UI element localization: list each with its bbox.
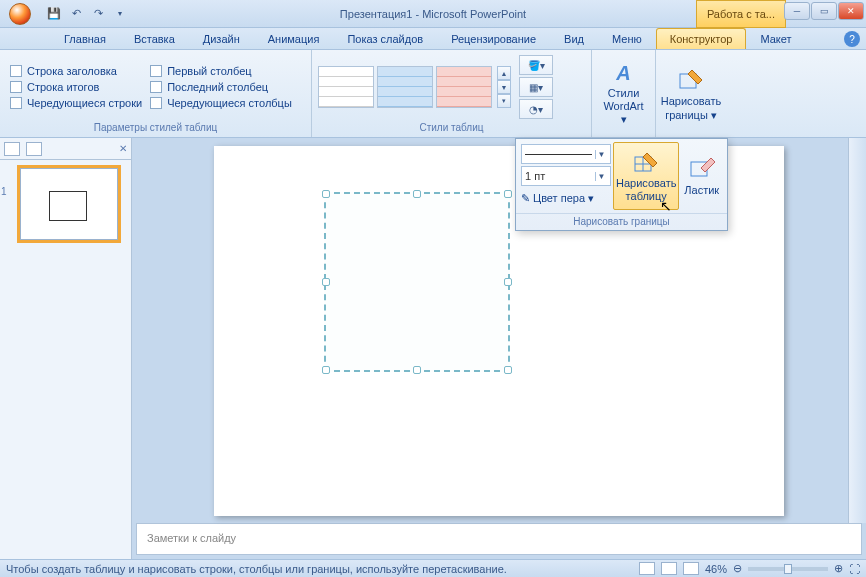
canvas-area: Заметки к слайду [132,138,866,559]
chevron-down-icon: ▼ [595,150,607,159]
tab-insert[interactable]: Вставка [120,28,189,49]
slides-tab-icon[interactable] [4,142,20,156]
redo-icon[interactable]: ↷ [90,6,106,22]
sorter-view-button[interactable] [661,562,677,575]
tab-slideshow[interactable]: Показ слайдов [333,28,437,49]
zoom-in-button[interactable]: ⊕ [834,562,843,575]
fit-to-window-button[interactable]: ⛶ [849,563,860,575]
draw-borders-popup: ▼ 1 пт ▼ ✎ Цвет пера ▾ Нарисовать таблиц… [515,138,728,231]
draw-borders-button[interactable]: Нарисовать границы ▾ [662,61,720,127]
gallery-more-icon[interactable]: ▾ [497,94,511,108]
group-table-style-options: Строка заголовка Строка итогов Чередующи… [0,50,312,137]
pen-weight-combo[interactable]: 1 пт ▼ [521,166,611,186]
minimize-button[interactable]: ─ [784,2,810,20]
titlebar: 💾 ↶ ↷ ▾ Презентация1 - Microsoft PowerPo… [0,0,866,28]
group-draw-borders: Нарисовать границы ▾ [656,50,724,137]
borders-button[interactable]: ▦▾ [519,77,553,97]
draw-table-button[interactable]: Нарисовать таблицу [613,142,679,210]
effects-button[interactable]: ◔▾ [519,99,553,119]
check-last-column[interactable]: Последний столбец [150,81,292,93]
slideshow-view-button[interactable] [683,562,699,575]
tab-constructor[interactable]: Конструктор [656,28,747,49]
eraser-button[interactable]: Ластик [679,142,724,210]
tab-menu[interactable]: Меню [598,28,656,49]
wordart-styles-button[interactable]: A Стили WordArt ▾ [598,61,649,127]
tab-review[interactable]: Рецензирование [437,28,550,49]
status-bar: Чтобы создать таблицу и нарисовать строк… [0,559,866,577]
tab-design[interactable]: Дизайн [189,28,254,49]
window-title: Презентация1 - Microsoft PowerPoint [340,8,526,20]
tab-animation[interactable]: Анимация [254,28,334,49]
table-selection-frame[interactable] [324,192,510,372]
tab-layout[interactable]: Макет [746,28,805,49]
check-first-column[interactable]: Первый столбец [150,65,292,77]
quick-access-toolbar: 💾 ↶ ↷ ▾ [40,6,134,22]
zoom-out-button[interactable]: ⊖ [733,562,742,575]
status-hint: Чтобы создать таблицу и нарисовать строк… [6,563,507,575]
slide-number: 1 [1,186,7,197]
draw-table-icon [633,149,659,175]
style-thumb-2[interactable] [377,66,433,108]
style-thumb-3[interactable] [436,66,492,108]
notes-placeholder: Заметки к слайду [147,532,236,544]
save-icon[interactable]: 💾 [46,6,62,22]
eraser-icon [689,156,715,182]
pen-icon: ✎ [521,192,530,205]
group-wordart: A Стили WordArt ▾ [592,50,656,137]
check-header-row[interactable]: Строка заголовка [10,65,142,77]
panel-close-icon[interactable]: ✕ [119,143,127,154]
thumbnail-content-rect [49,191,87,221]
draw-borders-icon [677,65,705,93]
qat-more-icon[interactable]: ▾ [112,6,128,22]
help-icon[interactable]: ? [844,31,860,47]
undo-icon[interactable]: ↶ [68,6,84,22]
maximize-button[interactable]: ▭ [811,2,837,20]
slide-thumbnail-1[interactable] [20,168,118,240]
group-title-styles: Стили таблиц [318,121,585,134]
outline-tab-icon[interactable] [26,142,42,156]
slides-panel: ✕ 1 [0,138,132,559]
shading-button[interactable]: 🪣▾ [519,55,553,75]
window-controls: ─ ▭ ✕ [784,2,864,20]
normal-view-button[interactable] [639,562,655,575]
wordart-icon: A [610,61,638,85]
vertical-scrollbar[interactable] [848,138,866,523]
chevron-down-icon: ▼ [595,172,607,181]
zoom-slider[interactable] [748,567,828,571]
office-button[interactable] [0,0,40,28]
check-banded-rows[interactable]: Чередующиеся строки [10,97,142,109]
check-total-row[interactable]: Строка итогов [10,81,142,93]
tab-home[interactable]: Главная [50,28,120,49]
gallery-down-icon[interactable]: ▼ [497,80,511,94]
line-style-sample [525,154,592,155]
tab-view[interactable]: Вид [550,28,598,49]
contextual-tab-label: Работа с та... [696,0,786,28]
pen-color-button[interactable]: ✎ Цвет пера ▾ [521,188,611,208]
slide-canvas[interactable] [132,138,866,523]
check-banded-columns[interactable]: Чередующиеся столбцы [150,97,292,109]
close-button[interactable]: ✕ [838,2,864,20]
popup-group-title: Нарисовать границы [516,213,727,230]
gallery-up-icon[interactable]: ▲ [497,66,511,80]
pen-style-combo[interactable]: ▼ [521,144,611,164]
table-styles-gallery[interactable]: ▲ ▼ ▾ [318,66,511,108]
notes-pane[interactable]: Заметки к слайду [136,523,862,555]
ribbon: Строка заголовка Строка итогов Чередующи… [0,50,866,138]
style-thumb-1[interactable] [318,66,374,108]
ribbon-tabs: Главная Вставка Дизайн Анимация Показ сл… [0,28,866,50]
zoom-value: 46% [705,563,727,575]
group-title-options: Параметры стилей таблиц [6,121,305,134]
slides-panel-tabs: ✕ [0,138,131,160]
group-table-styles: ▲ ▼ ▾ 🪣▾ ▦▾ ◔▾ Стили таблиц [312,50,592,137]
work-area: ✕ 1 Заме [0,138,866,559]
